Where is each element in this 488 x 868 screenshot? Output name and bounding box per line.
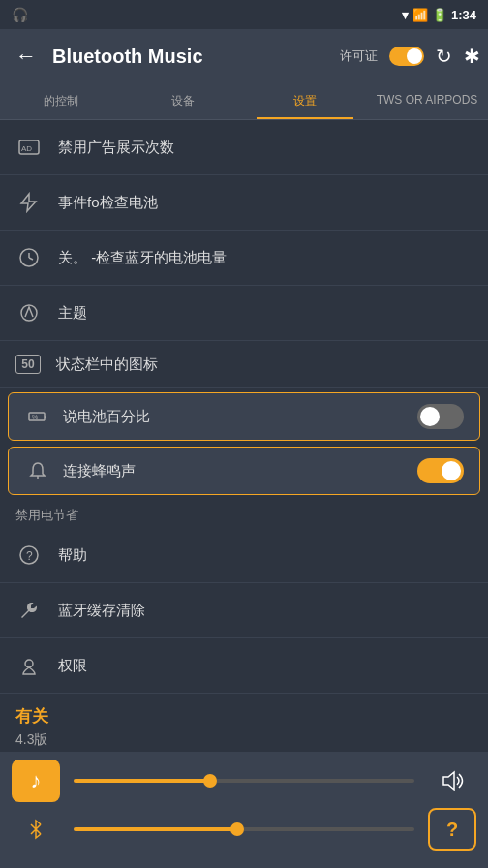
music-row: ♪ xyxy=(12,760,476,802)
menu-text-battery-event: 事件fo检查电池 xyxy=(58,194,473,212)
menu-text-check-bluetooth: 关。 -检查蓝牙的电池电量 xyxy=(58,249,473,267)
tab-controls[interactable]: 的控制 xyxy=(0,83,122,119)
bt-slider-thumb[interactable] xyxy=(230,822,244,836)
volume-button[interactable] xyxy=(428,760,476,802)
back-button[interactable]: ← xyxy=(8,36,45,77)
settings-content: AD 禁用广告展示次数 事件fo检查电池 关。 -检查蓝牙的电池电量 主题 50… xyxy=(0,120,488,750)
svg-text:?: ? xyxy=(26,549,33,563)
menu-text-permission: 权限 xyxy=(58,657,473,675)
bell-icon xyxy=(24,457,51,484)
bt-slider[interactable] xyxy=(74,827,414,831)
list-item-ads[interactable]: AD 禁用广告展示次数 xyxy=(0,120,488,175)
about-title: 有关 xyxy=(15,705,473,728)
bottom-bar: ♪ ? xyxy=(0,752,488,868)
sync-icon[interactable]: ↻ xyxy=(436,45,452,68)
svg-text:AD: AD xyxy=(21,144,32,153)
bluetooth-header-icon[interactable]: ✱ xyxy=(464,45,480,68)
music-slider-fill xyxy=(74,779,210,783)
status-time: 1:34 xyxy=(451,8,476,22)
toggle-connect-beep[interactable]: 连接蜂鸣声 xyxy=(8,447,480,495)
list-item-clear-cache[interactable]: 蓝牙缓存清除 xyxy=(0,583,488,638)
toggle-beep-switch[interactable] xyxy=(417,458,464,483)
header: ← Bluetooth Music 许可证 ↻ ✱ xyxy=(0,29,488,83)
list-item-statusbar[interactable]: 50 状态栏中的图标 xyxy=(0,341,488,388)
list-item-theme[interactable]: 主题 xyxy=(0,286,488,341)
music-slider[interactable] xyxy=(74,779,414,783)
permission-label: 许可证 xyxy=(340,47,378,65)
about-version: 4.3版 xyxy=(15,731,473,749)
page-title: Bluetooth Music xyxy=(52,46,332,68)
bt-slider-fill xyxy=(74,827,237,831)
list-item-permission[interactable]: 权限 xyxy=(0,638,488,694)
signal-icon: 📶 xyxy=(412,8,428,22)
header-controls: 许可证 ↻ ✱ xyxy=(340,45,480,68)
tab-bar: 的控制 设备 设置 TWS OR AIRPODS xyxy=(0,83,488,120)
toggle-text-beep: 连接蜂鸣声 xyxy=(63,462,406,480)
wifi-icon: ▾ xyxy=(402,8,409,22)
tab-settings[interactable]: 设置 xyxy=(244,83,366,119)
permission-toggle[interactable] xyxy=(389,46,424,66)
tab-devices[interactable]: 设备 xyxy=(122,83,244,119)
section-battery-save: 禁用电节省 xyxy=(0,499,488,528)
menu-text-ads: 禁用广告展示次数 xyxy=(58,139,473,157)
bluetooth-bottom-icon xyxy=(12,808,60,851)
status-bar: 🎧 ▾ 📶 🔋 1:34 xyxy=(0,0,488,29)
volume-icon xyxy=(440,768,465,793)
bt-icon xyxy=(23,817,48,842)
svg-point-12 xyxy=(25,660,33,667)
bluetooth-row: ? xyxy=(12,808,476,851)
music-note-icon: ♪ xyxy=(31,768,42,793)
about-section: 有关 4.3版 开发magdelphi 写信给开发 xyxy=(0,694,488,750)
menu-text-clear-cache: 蓝牙缓存清除 xyxy=(58,602,473,620)
toggle-battery-percent[interactable]: % 说电池百分比 xyxy=(8,392,480,441)
help-icon: ? xyxy=(15,542,43,569)
list-item-help[interactable]: ? 帮助 xyxy=(0,528,488,583)
menu-text-theme: 主题 xyxy=(58,304,473,323)
music-button[interactable]: ♪ xyxy=(12,760,60,802)
toggle-text-battery: 说电池百分比 xyxy=(63,408,406,426)
ads-icon: AD xyxy=(15,134,43,161)
clock-icon xyxy=(15,244,43,271)
music-slider-thumb[interactable] xyxy=(203,774,217,788)
location-icon xyxy=(15,652,43,679)
list-item-battery-event[interactable]: 事件fo检查电池 xyxy=(0,175,488,231)
tab-tws[interactable]: TWS OR AIRPODS xyxy=(366,83,488,119)
toggle-battery-switch[interactable] xyxy=(417,404,464,429)
theme-icon xyxy=(15,299,43,326)
help-bottom-icon: ? xyxy=(446,819,458,841)
list-item-check-bluetooth[interactable]: 关。 -检查蓝牙的电池电量 xyxy=(0,231,488,286)
wrench-icon xyxy=(15,597,43,624)
battery-icon: 🔋 xyxy=(432,8,447,22)
menu-text-help: 帮助 xyxy=(58,546,473,565)
svg-line-4 xyxy=(29,258,33,260)
headphone-icon: 🎧 xyxy=(12,7,28,22)
menu-text-statusbar: 状态栏中的图标 xyxy=(56,356,473,374)
svg-text:%: % xyxy=(32,414,38,420)
help-bottom-button[interactable]: ? xyxy=(428,808,476,851)
battery-percent-icon: % xyxy=(24,403,51,430)
svg-rect-7 xyxy=(45,416,46,418)
statusbar-icon: 50 xyxy=(15,355,41,374)
svg-marker-13 xyxy=(443,772,454,790)
battery-event-icon xyxy=(15,189,43,216)
